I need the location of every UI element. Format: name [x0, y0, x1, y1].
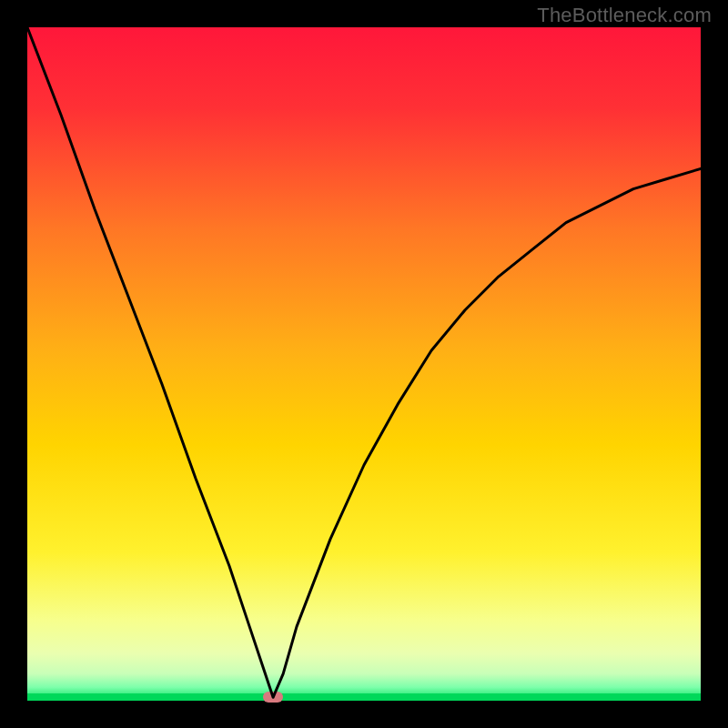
chart-area	[27, 27, 701, 701]
bottleneck-curve	[27, 27, 701, 701]
watermark-text: TheBottleneck.com	[537, 4, 712, 27]
